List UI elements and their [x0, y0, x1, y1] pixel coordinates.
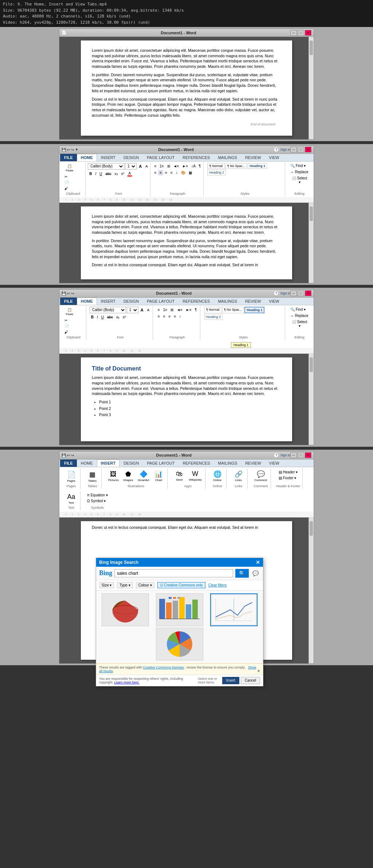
- result-thumb-1[interactable]: [102, 593, 149, 626]
- font-size-select-2[interactable]: 11: [125, 163, 137, 170]
- font-name-select-2[interactable]: Calibri (Body): [88, 163, 124, 170]
- qat-redo[interactable]: ↪: [71, 148, 74, 152]
- style-h1-3[interactable]: Heading 1: [244, 307, 264, 313]
- find-btn-3[interactable]: 🔍 Find ▾: [289, 307, 307, 312]
- show-para-btn-3[interactable]: ¶: [193, 307, 198, 313]
- grow-font-btn-3[interactable]: A: [139, 307, 145, 313]
- tab-review-2[interactable]: REVIEW: [241, 154, 265, 161]
- linespace-btn-3[interactable]: ↕: [178, 314, 182, 319]
- linespace-btn[interactable]: ↕: [174, 170, 179, 175]
- bing-insert-btn[interactable]: Insert: [222, 677, 239, 684]
- borders-btn[interactable]: ▦: [187, 170, 193, 175]
- font-size-select-3[interactable]: 11: [127, 307, 138, 313]
- tb1-controls[interactable]: ─ □ ✕: [290, 30, 311, 36]
- justify-btn[interactable]: ≡: [169, 170, 174, 175]
- bullets-btn-3[interactable]: ≡: [156, 307, 161, 313]
- align-center-btn[interactable]: ≡: [158, 170, 163, 175]
- increase-indent-btn-3[interactable]: ►≡: [184, 307, 193, 313]
- tb3-maximize[interactable]: □: [298, 290, 304, 296]
- help-btn-3[interactable]: ?: [274, 291, 279, 296]
- chart-btn[interactable]: 📊 Chart: [152, 469, 165, 483]
- size-filter-btn[interactable]: Size ▾: [99, 582, 114, 588]
- tb1-close[interactable]: ✕: [305, 30, 311, 36]
- text-btn[interactable]: Aa Text: [65, 492, 78, 505]
- help-btn-4[interactable]: ?: [274, 453, 279, 458]
- cut-btn[interactable]: ✂: [63, 174, 70, 179]
- tb4-controls[interactable]: ─ □ ✕: [290, 452, 311, 458]
- select-btn-3[interactable]: ⬜ Select ▾: [289, 319, 310, 329]
- select-btn-2[interactable]: ⬜ Select ▾: [289, 175, 310, 185]
- tab-review-3[interactable]: REVIEW: [241, 298, 265, 305]
- style-nospace-2[interactable]: ¶ No Spac...: [225, 163, 247, 169]
- tab-mailings-4[interactable]: MAILINGS: [214, 460, 242, 467]
- cut-btn-3[interactable]: ✂: [63, 318, 70, 323]
- scroll-thumb-4[interactable]: [310, 521, 313, 536]
- store-btn[interactable]: 🛍 Store: [173, 469, 186, 482]
- formatpaint-btn-3[interactable]: 🖌: [63, 329, 70, 335]
- cc-link[interactable]: Creative Commons licenses: [143, 666, 184, 669]
- increase-indent-btn[interactable]: ►≡: [181, 163, 189, 169]
- pictures-btn[interactable]: 🖼 Pictures: [107, 470, 120, 483]
- tb4-maximize[interactable]: □: [298, 452, 304, 458]
- tab-review-4[interactable]: REVIEW: [241, 460, 265, 467]
- qat-undo[interactable]: ↩: [67, 148, 70, 152]
- colour-filter-btn[interactable]: Colour ▾: [136, 582, 154, 588]
- header-btn[interactable]: ▤ Header ▾: [277, 469, 299, 475]
- tab-references-3[interactable]: REFERENCES: [178, 298, 214, 305]
- multilevel-btn-3[interactable]: ⊞: [169, 307, 175, 313]
- formatpaint-btn[interactable]: 🖌: [63, 186, 70, 191]
- qat-customize[interactable]: ▼: [75, 148, 78, 151]
- tab-view-3[interactable]: VIEW: [265, 298, 283, 305]
- style-normal-2[interactable]: ¶ Normal: [207, 163, 225, 169]
- pages-btn[interactable]: 📄 Pages: [65, 469, 78, 484]
- strikethrough-btn-3[interactable]: abc: [106, 314, 114, 320]
- learn-more-link[interactable]: Learn more here.: [114, 681, 140, 684]
- footer-btn[interactable]: ▤ Footer ▾: [277, 475, 298, 481]
- bing-search-btn[interactable]: 🔍: [235, 569, 249, 578]
- wikipedia-btn[interactable]: W Wikipedia: [187, 469, 203, 482]
- qat3-redo[interactable]: ↪: [71, 291, 74, 295]
- tb2-controls[interactable]: ─ □ ✕: [290, 147, 311, 152]
- tb4-minimize[interactable]: ─: [290, 452, 297, 458]
- tab-references-4[interactable]: REFERENCES: [178, 460, 214, 467]
- replace-btn-2[interactable]: ↔ Replace: [289, 169, 310, 175]
- online-btn[interactable]: 🌐 Online: [211, 469, 224, 483]
- bullets-btn[interactable]: ≡: [153, 163, 158, 169]
- result-thumb-3[interactable]: [210, 593, 258, 626]
- tb3-close[interactable]: ✕: [305, 290, 311, 296]
- subscript-btn-3[interactable]: x₂: [115, 314, 121, 320]
- scroll-thumb-2[interactable]: [310, 206, 313, 221]
- tab-home-2[interactable]: HOME: [77, 154, 97, 161]
- result-thumb-2[interactable]: [156, 593, 203, 626]
- tb1-minimize[interactable]: ─: [290, 30, 297, 36]
- scrollbar-4[interactable]: [309, 518, 314, 663]
- cc-filter-btn[interactable]: ☑ Creative Commons only: [157, 582, 205, 588]
- tab-mailings-3[interactable]: MAILINGS: [214, 298, 241, 305]
- tab-view-4[interactable]: VIEW: [265, 460, 283, 467]
- tab-insert-4[interactable]: INSERT: [97, 460, 119, 467]
- bing-close-btn[interactable]: ✕: [256, 559, 260, 565]
- qat3-save[interactable]: 💾: [62, 291, 66, 295]
- scrollbar-3[interactable]: [309, 354, 314, 445]
- tab-design-4[interactable]: DESIGN: [119, 460, 143, 467]
- tab-view-2[interactable]: VIEW: [265, 154, 283, 161]
- qat4-undo[interactable]: ↩: [67, 453, 70, 457]
- copy-btn-3[interactable]: 📄: [63, 323, 70, 329]
- links-btn[interactable]: 🔗 Links: [232, 469, 245, 483]
- strikethrough-btn[interactable]: abc: [104, 171, 113, 177]
- qat4-save[interactable]: 💾: [62, 453, 66, 457]
- scrollbar-2[interactable]: [309, 203, 314, 283]
- bold-btn-3[interactable]: B: [90, 314, 95, 320]
- replace-btn-3[interactable]: ↔ Replace: [289, 313, 310, 318]
- bing-cancel-btn[interactable]: Cancel: [241, 677, 260, 684]
- superscript-btn[interactable]: x²: [120, 171, 126, 177]
- numbering-btn-3[interactable]: 1≡: [162, 307, 169, 313]
- tab-home-3[interactable]: HOME: [77, 298, 97, 305]
- italic-btn-3[interactable]: I: [95, 314, 99, 320]
- show-para-btn[interactable]: ¶: [197, 163, 202, 169]
- shrink-font-btn-3[interactable]: A: [146, 307, 151, 313]
- comment-btn[interactable]: 💬 Comment: [253, 469, 268, 483]
- underline-btn-2[interactable]: U: [98, 171, 103, 177]
- bing-camera-btn[interactable]: 💬: [251, 570, 260, 577]
- tab-home-4[interactable]: HOME: [77, 460, 97, 467]
